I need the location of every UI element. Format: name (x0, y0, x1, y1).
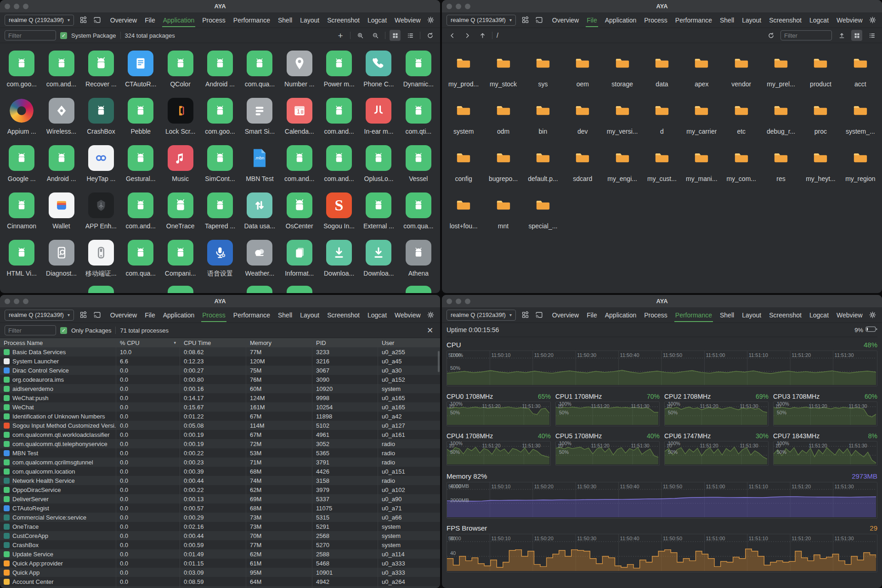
tab-logcat[interactable]: Logcat (367, 308, 388, 322)
android-robot-icon[interactable] (287, 286, 312, 293)
table-row[interactable]: Dirac Control Service0.00:00.2775M3067u0… (0, 366, 440, 375)
app-item[interactable]: Vessel (399, 141, 438, 189)
tab-application[interactable]: Application (604, 308, 638, 322)
folder-item[interactable]: mnt (483, 189, 523, 236)
app-item[interactable]: .mbnMBN Test (240, 141, 279, 189)
app-item[interactable]: Wallet (41, 189, 81, 236)
app-item[interactable]: 移动端证... (81, 236, 121, 283)
tab-file[interactable]: File (586, 13, 598, 27)
app-item[interactable]: Tapered ... (200, 189, 240, 236)
table-row[interactable]: com.qualcomm.qcrilmsgtunnel0.00:00.2371M… (0, 458, 440, 467)
column-header[interactable]: CPU Time (180, 338, 246, 347)
tab-performance[interactable]: Performance (232, 308, 271, 322)
app-item[interactable]: Phone C... (359, 47, 398, 94)
traffic-light-buttons[interactable] (5, 4, 28, 9)
tab-webview[interactable]: Webview (836, 13, 864, 27)
titlebar[interactable]: AYA (442, 0, 882, 12)
device-grid-icon[interactable] (520, 310, 530, 321)
app-item[interactable]: Compani... (160, 236, 200, 283)
folder-item[interactable]: my_region (841, 141, 880, 189)
tab-webview[interactable]: Webview (394, 308, 422, 322)
app-item[interactable]: Athena (399, 236, 438, 283)
tab-shell[interactable]: Shell (277, 308, 293, 322)
app-item[interactable]: SSogou In... (319, 189, 359, 236)
app-item[interactable]: Appium ... (2, 94, 41, 141)
app-item[interactable]: Downloa... (359, 236, 398, 283)
app-item[interactable]: com.qua... (240, 47, 279, 94)
tab-file[interactable]: File (586, 308, 598, 322)
tab-application[interactable]: Application (604, 13, 638, 27)
device-grid-icon[interactable] (520, 15, 530, 26)
app-item[interactable]: External ... (359, 189, 398, 236)
tab-application[interactable]: Application (162, 308, 196, 322)
table-header[interactable]: Process Name% CPU▾CPU TimeMemoryPIDUser (0, 338, 440, 347)
table-row[interactable]: Identification of Unknown Numbers0.00:01… (0, 412, 440, 421)
table-row[interactable]: Update Service0.00:01.4962M2588u0_a114 (0, 549, 440, 559)
table-row[interactable]: Basic Data Services10.00:08.6277M3233u0_… (0, 347, 440, 356)
device-grid-icon[interactable] (79, 15, 88, 26)
tab-overview[interactable]: Overview (109, 13, 138, 27)
app-item[interactable]: In-ear m... (359, 94, 398, 141)
app-item[interactable]: SimCont... (200, 141, 240, 189)
folder-item[interactable]: d (642, 94, 682, 141)
table-row[interactable]: Global Search0.00:06.0463M3383u0_a232 (0, 586, 440, 588)
app-item[interactable]: HeyTap ... (81, 141, 121, 189)
settings-gear-icon[interactable] (868, 310, 877, 321)
folder-item[interactable]: system (444, 94, 483, 141)
app-item[interactable]: Pebble (121, 94, 160, 141)
app-item[interactable]: Cinnamon (2, 189, 41, 236)
app-item[interactable]: OneTrace (160, 189, 200, 236)
tab-overview[interactable]: Overview (109, 308, 138, 322)
app-item[interactable]: Informat... (280, 236, 319, 283)
folder-item[interactable]: my_prod... (444, 47, 483, 94)
list-view-icon[interactable] (866, 30, 877, 41)
table-row[interactable]: Quick App:provider0.00:01.1561M5468u0_a3… (0, 559, 440, 568)
folder-item[interactable]: acct (841, 47, 880, 94)
tab-screenshot[interactable]: Screenshot (326, 13, 361, 27)
app-item[interactable]: 语音设置 (200, 236, 240, 283)
device-selector[interactable]: realme Q (2192a39f)▾ (5, 15, 74, 26)
close-icon[interactable]: ✕ (424, 325, 435, 336)
settings-gear-icon[interactable] (868, 15, 877, 26)
refresh-icon[interactable] (424, 30, 435, 41)
tab-overview[interactable]: Overview (551, 13, 580, 27)
path-field[interactable]: / (497, 32, 761, 39)
app-item[interactable]: Lock Scr... (160, 94, 200, 141)
android-robot-icon[interactable] (168, 286, 193, 293)
folder-item[interactable]: storage (602, 47, 642, 94)
app-item[interactable]: Data usa... (240, 189, 279, 236)
folder-item[interactable]: system_... (841, 94, 880, 141)
folder-item[interactable]: my_prel... (761, 47, 801, 94)
grid-view-icon[interactable] (390, 30, 401, 41)
table-row[interactable]: aidlserverdemo0.00:00.1660M10920system (0, 384, 440, 393)
up-icon[interactable] (477, 30, 488, 41)
app-item[interactable]: Google ... (2, 141, 41, 189)
table-row[interactable]: Quick App0.00:03.0995M10901u0_a333 (0, 568, 440, 577)
screen-cast-icon[interactable] (92, 15, 102, 26)
app-item[interactable]: Number ... (280, 47, 319, 94)
list-view-icon[interactable] (405, 30, 416, 41)
android-robot-icon[interactable] (88, 286, 114, 293)
tab-shell[interactable]: Shell (719, 308, 735, 322)
folder-item[interactable]: data (642, 47, 682, 94)
folder-item[interactable]: sys (523, 47, 563, 94)
table-row[interactable]: OneTrace0.00:02.1673M5291system (0, 522, 440, 531)
zoom-in-icon[interactable] (355, 30, 366, 41)
table-row[interactable]: DeliverServer0.00:00.1369M5337u0_a90 (0, 494, 440, 503)
table-row[interactable]: CustCoreApp0.00:00.4470M2568system (0, 531, 440, 540)
folder-item[interactable]: odm (483, 94, 523, 141)
folder-item[interactable]: sdcard (563, 141, 602, 189)
folder-item[interactable]: bin (523, 94, 563, 141)
folder-item[interactable]: my_engi... (602, 141, 642, 189)
zoom-out-icon[interactable] (370, 30, 381, 41)
table-row[interactable]: System Launcher6.60:12.23120M3216u0_a45 (0, 356, 440, 366)
folder-item[interactable]: my_mani... (682, 141, 721, 189)
tab-performance[interactable]: Performance (232, 13, 271, 27)
app-item[interactable]: CrashBox (81, 94, 121, 141)
app-item[interactable]: Downloa... (319, 236, 359, 283)
tab-logcat[interactable]: Logcat (808, 308, 830, 322)
folder-item[interactable]: apex (682, 47, 721, 94)
folder-item[interactable]: my_heyt... (801, 141, 840, 189)
titlebar[interactable]: AYA (442, 295, 882, 307)
app-item[interactable]: com.qua... (121, 236, 160, 283)
